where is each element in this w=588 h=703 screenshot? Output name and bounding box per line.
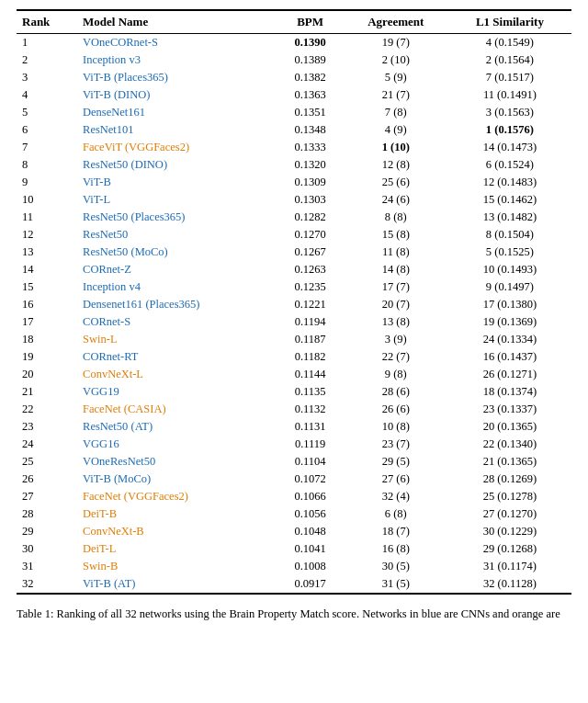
model-name-cell: DeiT-B (77, 505, 277, 523)
agreement-cell: 31 (5) (344, 575, 448, 594)
l1-cell: 20 (0.1365) (448, 418, 571, 436)
agreement-cell: 27 (6) (344, 471, 448, 488)
rank-cell: 13 (17, 244, 77, 261)
rank-cell: 32 (17, 575, 77, 594)
rank-cell: 27 (17, 488, 77, 505)
agreement-cell: 29 (5) (344, 453, 448, 471)
l1-cell: 3 (0.1563) (448, 104, 571, 121)
bpm-cell: 0.1363 (277, 86, 343, 104)
bpm-cell: 0.1389 (277, 51, 343, 69)
l1-cell: 28 (0.1269) (448, 471, 571, 488)
bpm-cell: 0.1320 (277, 156, 343, 174)
bpm-cell: 0.1041 (277, 540, 343, 558)
bpm-cell: 0.1282 (277, 209, 343, 226)
agreement-cell: 2 (10) (344, 51, 448, 69)
rankings-table: Rank Model Name BPM Agreement L1 Similar… (17, 9, 571, 595)
agreement-cell: 15 (8) (344, 226, 448, 244)
bpm-cell: 0.1187 (277, 331, 343, 348)
agreement-cell: 3 (9) (344, 331, 448, 348)
model-name-cell: Inception v3 (77, 51, 277, 69)
table-row: 12ResNet500.127015 (8)8 (0.1504) (17, 226, 571, 244)
rank-cell: 5 (17, 104, 77, 121)
l1-cell: 7 (0.1517) (448, 69, 571, 86)
l1-cell: 21 (0.1365) (448, 453, 571, 471)
table-row: 16Densenet161 (Places365)0.122120 (7)17 … (17, 296, 571, 313)
l1-cell: 1 (0.1576) (448, 121, 571, 139)
model-name-cell: CORnet-Z (77, 261, 277, 278)
rank-cell: 4 (17, 86, 77, 104)
bpm-cell: 0.1135 (277, 383, 343, 401)
rank-cell: 10 (17, 191, 77, 209)
bpm-header: BPM (277, 10, 343, 34)
agreement-cell: 4 (9) (344, 121, 448, 139)
rank-cell: 20 (17, 366, 77, 383)
table-row: 3ViT-B (Places365)0.13825 (9)7 (0.1517) (17, 69, 571, 86)
l1-header: L1 Similarity (448, 10, 571, 34)
l1-cell: 30 (0.1229) (448, 523, 571, 540)
model-name-cell: ResNet50 (AT) (77, 418, 277, 436)
rank-cell: 22 (17, 401, 77, 418)
model-name-cell: VOneResNet50 (77, 453, 277, 471)
table-row: 14CORnet-Z0.126314 (8)10 (0.1493) (17, 261, 571, 278)
table-row: 24VGG160.111923 (7)22 (0.1340) (17, 436, 571, 453)
bpm-cell: 0.1144 (277, 366, 343, 383)
agreement-cell: 18 (7) (344, 523, 448, 540)
rank-cell: 8 (17, 156, 77, 174)
rank-cell: 23 (17, 418, 77, 436)
bpm-cell: 0.1008 (277, 558, 343, 575)
bpm-cell: 0.1132 (277, 401, 343, 418)
bpm-cell: 0.1267 (277, 244, 343, 261)
agreement-cell: 32 (4) (344, 488, 448, 505)
bpm-cell: 0.1056 (277, 505, 343, 523)
table-row: 9ViT-B0.130925 (6)12 (0.1483) (17, 174, 571, 191)
table-row: 11ResNet50 (Places365)0.12828 (8)13 (0.1… (17, 209, 571, 226)
model-name-cell: DeiT-L (77, 540, 277, 558)
table-row: 4ViT-B (DINO)0.136321 (7)11 (0.1491) (17, 86, 571, 104)
agreement-cell: 8 (8) (344, 209, 448, 226)
rank-cell: 24 (17, 436, 77, 453)
l1-cell: 26 (0.1271) (448, 366, 571, 383)
table-row: 1VOneCORnet-S0.139019 (7)4 (0.1549) (17, 34, 571, 52)
model-name-cell: FaceNet (CASIA) (77, 401, 277, 418)
model-name-cell: ResNet50 (Places365) (77, 209, 277, 226)
agreement-cell: 1 (10) (344, 139, 448, 156)
rank-cell: 3 (17, 69, 77, 86)
bpm-cell: 0.1333 (277, 139, 343, 156)
agreement-cell: 19 (7) (344, 34, 448, 52)
rank-cell: 30 (17, 540, 77, 558)
rank-cell: 6 (17, 121, 77, 139)
table-row: 28DeiT-B0.10566 (8)27 (0.1270) (17, 505, 571, 523)
rank-cell: 16 (17, 296, 77, 313)
table-row: 2Inception v30.13892 (10)2 (0.1564) (17, 51, 571, 69)
agreement-cell: 6 (8) (344, 505, 448, 523)
model-name-cell: ViT-B (Places365) (77, 69, 277, 86)
model-name-cell: ConvNeXt-B (77, 523, 277, 540)
agreement-cell: 16 (8) (344, 540, 448, 558)
model-name-cell: CORnet-S (77, 313, 277, 331)
rank-cell: 28 (17, 505, 77, 523)
model-name-cell: VGG19 (77, 383, 277, 401)
l1-cell: 22 (0.1340) (448, 436, 571, 453)
rank-cell: 25 (17, 453, 77, 471)
l1-cell: 25 (0.1278) (448, 488, 571, 505)
l1-cell: 2 (0.1564) (448, 51, 571, 69)
l1-cell: 24 (0.1334) (448, 331, 571, 348)
rank-cell: 31 (17, 558, 77, 575)
table-row: 10ViT-L0.130324 (6)15 (0.1462) (17, 191, 571, 209)
table-row: 30DeiT-L0.104116 (8)29 (0.1268) (17, 540, 571, 558)
model-name-cell: Swin-B (77, 558, 277, 575)
rank-cell: 2 (17, 51, 77, 69)
model-name-cell: ViT-B (DINO) (77, 86, 277, 104)
bpm-cell: 0.1390 (277, 34, 343, 52)
l1-cell: 6 (0.1524) (448, 156, 571, 174)
rank-cell: 9 (17, 174, 77, 191)
table-row: 32ViT-B (AT)0.091731 (5)32 (0.1128) (17, 575, 571, 594)
model-name-cell: CORnet-RT (77, 348, 277, 366)
l1-cell: 10 (0.1493) (448, 261, 571, 278)
agreement-cell: 11 (8) (344, 244, 448, 261)
table-row: 19CORnet-RT0.118222 (7)16 (0.1437) (17, 348, 571, 366)
l1-cell: 18 (0.1374) (448, 383, 571, 401)
agreement-cell: 21 (7) (344, 86, 448, 104)
agreement-cell: 17 (7) (344, 278, 448, 296)
l1-cell: 16 (0.1437) (448, 348, 571, 366)
